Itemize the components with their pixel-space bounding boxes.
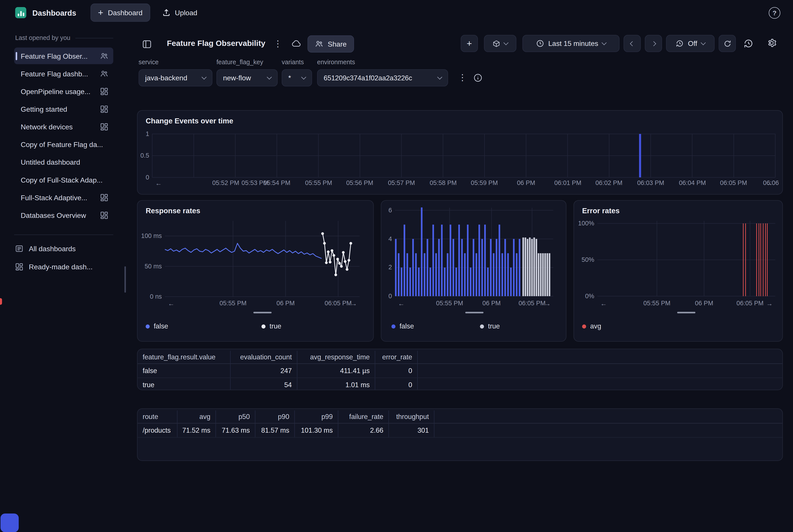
column-header[interactable]: error_rate: [375, 351, 418, 363]
share-button[interactable]: Share: [308, 35, 354, 53]
chart-canvas: [381, 201, 566, 341]
column-header[interactable]: p90: [255, 411, 295, 423]
cloud-sync-icon[interactable]: [291, 40, 301, 47]
table-row[interactable]: false247411.41 µs0: [137, 364, 782, 378]
sidebar-item[interactable]: Network devices: [14, 118, 113, 135]
legend-dot: [391, 324, 395, 328]
nav-dashboards[interactable]: Dashboards: [33, 8, 76, 17]
series-bar: [467, 225, 468, 296]
response-rates-chart[interactable]: 100 ms50 ms0 ns05:55 PM06 PM06:05 PM←→fa…: [137, 201, 373, 341]
sidebar-footer-label: All dashboards: [29, 245, 76, 253]
time-range-dropdown[interactable]: Last 15 minutes: [522, 35, 620, 52]
table-cell: 81.57 ms: [255, 424, 295, 437]
series-bar: [447, 253, 448, 296]
pan-right-icon[interactable]: →: [766, 179, 773, 187]
column-header[interactable]: feature_flag.result.value: [137, 351, 230, 363]
variants-dropdown[interactable]: *: [282, 69, 312, 87]
series-bar: [504, 239, 506, 296]
history-icon[interactable]: [743, 38, 754, 49]
service-dropdown[interactable]: java-backend: [139, 69, 212, 87]
panel-flag-results-table: feature_flag.result.valueevaluation_coun…: [137, 349, 783, 390]
legend-item[interactable]: true: [480, 323, 500, 330]
collapse-sidebar-icon[interactable]: [142, 39, 152, 49]
dashboard-menu-icon[interactable]: ⋮: [274, 38, 282, 49]
column-header[interactable]: route: [137, 411, 178, 423]
data-point: [336, 258, 339, 260]
legend-item[interactable]: false: [391, 323, 414, 330]
pan-right-icon[interactable]: →: [766, 300, 773, 307]
column-header[interactable]: evaluation_count: [230, 351, 297, 363]
error-rates-chart[interactable]: 100%50%0%05:55 PM06 PM06:05 PM←→avg: [574, 201, 782, 341]
scrollbar[interactable]: [124, 266, 126, 293]
table-row[interactable]: /products71.52 ms71.63 ms81.57 ms101.30 …: [137, 424, 782, 438]
upload-button[interactable]: Upload: [155, 4, 204, 21]
legend-dot: [146, 324, 150, 328]
sidebar-item[interactable]: Databases Overview: [14, 207, 113, 223]
evaluations-chart[interactable]: 642005:55 PM06 PM06:05 PM←→falsetrue: [381, 201, 566, 341]
refresh-button[interactable]: [719, 35, 736, 52]
chevron-right-icon: [651, 41, 656, 46]
dataset-dropdown[interactable]: [484, 35, 516, 52]
sidebar-item[interactable]: Feature Flag Obser...: [14, 48, 113, 64]
info-icon[interactable]: [473, 73, 482, 82]
sidebar-item[interactable]: Untitled dashboard: [14, 154, 113, 170]
sidebar-footer-item[interactable]: All dashboards: [15, 241, 113, 256]
sidebar-item[interactable]: OpenPipeline usage...: [14, 83, 113, 99]
series-bar: [481, 239, 483, 296]
column-header[interactable]: avg_response_time: [297, 351, 375, 363]
series-bar: [432, 225, 434, 296]
column-header[interactable]: p99: [295, 411, 338, 423]
x-axis-tick: 06 PM: [482, 300, 501, 307]
legend-item[interactable]: avg: [582, 323, 601, 330]
sidebar-item[interactable]: Getting started: [14, 101, 113, 117]
chat-widget[interactable]: [0, 513, 19, 532]
zoom-indicator[interactable]: [677, 312, 695, 314]
data-point: [338, 262, 341, 265]
column-header[interactable]: failure_rate: [338, 411, 389, 423]
legend-item[interactable]: true: [261, 323, 281, 330]
pan-left-icon[interactable]: ←: [155, 179, 162, 187]
help-icon[interactable]: ?: [769, 7, 780, 19]
series-bar: [519, 239, 520, 296]
panel-title: Error rates: [582, 207, 620, 215]
change-events-chart[interactable]: 10.5005:52 PM05:53 PM05:54 PM05:55 PM05:…: [137, 111, 782, 194]
column-header[interactable]: avg: [178, 411, 216, 423]
legend-label: true: [488, 323, 500, 330]
pan-right-icon[interactable]: →: [351, 300, 357, 307]
x-axis-tick: 05:52 PM: [212, 179, 239, 187]
series-bar: [493, 253, 494, 296]
environments-dropdown[interactable]: 651209c374a1f02aa2a3226c: [317, 69, 448, 87]
column-header[interactable]: throughput: [389, 411, 435, 423]
pan-left-icon[interactable]: ←: [398, 300, 405, 307]
grid-icon: [100, 105, 108, 113]
settings-gear-icon[interactable]: [767, 38, 777, 48]
sidebar-item[interactable]: Copy of Full-Stack Adap...: [14, 171, 113, 188]
chevron-down-icon: [602, 40, 607, 45]
sidebar-footer-label: Ready-made dash...: [29, 263, 93, 271]
auto-refresh-dropdown[interactable]: Off: [666, 35, 715, 52]
pan-left-icon[interactable]: ←: [601, 300, 607, 307]
series-bar: [487, 268, 488, 296]
sidebar-item[interactable]: Copy of Feature Flag da...: [14, 136, 113, 153]
legend-item[interactable]: false: [146, 323, 168, 330]
feature-flag-key-dropdown[interactable]: new-flow: [217, 69, 278, 87]
add-panel-button[interactable]: +: [461, 35, 478, 52]
sidebar-item[interactable]: Feature Flag dashb...: [14, 65, 113, 82]
environments-value: 651209c374a1f02aa2a3226c: [324, 74, 412, 81]
sidebar-item[interactable]: Full-Stack Adaptive...: [14, 189, 113, 206]
table-cell: 101.30 ms: [295, 424, 338, 437]
pan-left-icon[interactable]: ←: [168, 300, 174, 307]
pan-right-icon[interactable]: →: [544, 300, 551, 307]
sidebar-item-label: Feature Flag dashb...: [21, 70, 88, 78]
filters-menu-icon[interactable]: ⋮: [458, 72, 467, 83]
sidebar-footer-item[interactable]: Ready-made dash...: [15, 259, 113, 274]
filter-label-variants: variants: [282, 59, 304, 66]
new-dashboard-button[interactable]: + Dashboard: [90, 3, 150, 22]
table-row[interactable]: true541.01 ms0: [137, 378, 782, 390]
zoom-indicator[interactable]: [253, 312, 271, 314]
zoom-indicator[interactable]: [465, 312, 483, 314]
app-logo-icon[interactable]: [15, 7, 26, 18]
column-header[interactable]: p50: [216, 411, 256, 423]
time-back-button[interactable]: [624, 35, 641, 52]
time-forward-button[interactable]: [645, 35, 662, 52]
